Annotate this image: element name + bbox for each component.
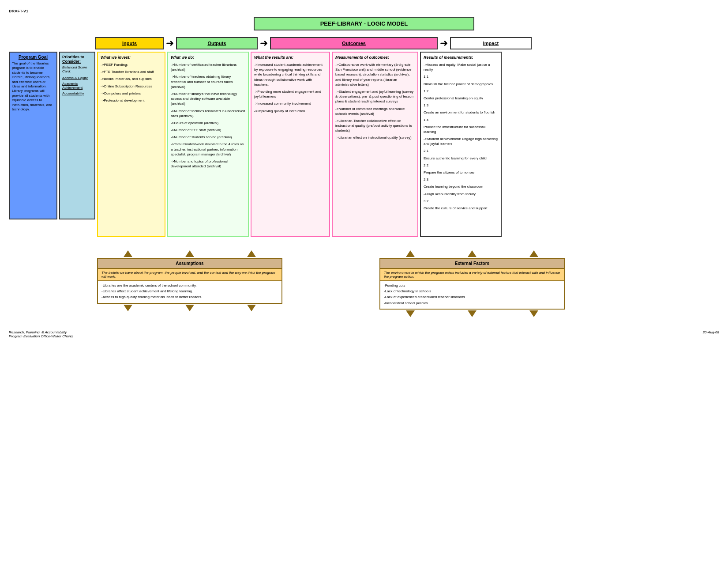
outcomes-short-title: What the results are:	[254, 55, 326, 60]
external-factors-container: External Factors The environment in whic…	[379, 250, 565, 317]
assumption-0: -Libraries are the academic centers of t…	[101, 283, 278, 288]
outcomes-long-content: ->Collaborative work with elementary (3r…	[335, 62, 415, 140]
tri-up-1	[124, 250, 132, 257]
tri-up-6	[529, 250, 538, 257]
impact-item-1: 1.1	[424, 74, 498, 79]
impact-item-12: 2.2	[424, 163, 498, 168]
inputs-header: Inputs	[95, 37, 164, 49]
outcome-long-4: ->Librarian effect on instructional qual…	[335, 135, 415, 140]
external-factors-title: External Factors	[380, 259, 564, 269]
input-item-6: ->Professional development	[101, 98, 162, 103]
outcome-long-1: ->Student engagement and joyful learning…	[335, 89, 415, 104]
bottom-section: Assumptions The beliefs we have about th…	[97, 250, 719, 317]
draft-label: DRAFT-V1	[9, 9, 719, 13]
outcome-short-2: ->Increased community involvement	[254, 101, 326, 106]
external-item-2: -Lack of experienced credentialed teache…	[384, 295, 560, 299]
tri-down-4	[406, 310, 415, 317]
impact-item-10: 2.1	[424, 148, 498, 153]
footer-right: 20-Aug-08	[703, 330, 719, 338]
impact-item-11: Ensure authentic learning for every chil…	[424, 156, 498, 161]
assumptions-bottom-arrows	[97, 305, 282, 311]
assumptions-top-arrows	[97, 250, 282, 257]
tri-down-1	[124, 305, 132, 311]
tri-up-3	[247, 250, 256, 257]
output-item-2: ->Number of library's that have technolo…	[171, 91, 245, 106]
priorities-title: Priorities to Consider:	[62, 55, 92, 64]
impact-item-9: ->Student achievement: Engage high achie…	[424, 136, 498, 146]
impact-item-7: 1.4	[424, 117, 498, 122]
outcome-long-2: ->Number of committee meetings and whole…	[335, 106, 415, 116]
impact-item-17: 3.2	[424, 199, 498, 204]
inputs-column: What we invest: ->PEEF Funding: ->FTE Te…	[97, 52, 165, 237]
assumptions-title: Assumptions	[98, 259, 281, 269]
input-item-0: ->PEEF Funding:	[101, 62, 162, 67]
outcomes-short-content: ->Increased student academic achievement…	[254, 62, 326, 113]
outputs-content: ->Number of certificated teacher librari…	[171, 62, 245, 169]
priority-item-3: Accountability	[62, 91, 92, 95]
outcome-short-3: ->Improving quality of instruction	[254, 109, 326, 113]
outcome-short-1: ->Providing more student engagement and …	[254, 89, 326, 99]
impact-item-18: Create the culture of service and suppor…	[424, 206, 498, 211]
assumptions-subtitle: The beliefs we have about the program, t…	[98, 269, 281, 281]
external-factors-subtitle: The environment in which the program exi…	[380, 269, 564, 281]
impact-item-5: 1.3	[424, 103, 498, 108]
inputs-content: ->PEEF Funding: ->FTE Teacher librarians…	[101, 62, 162, 103]
priority-item-2: Academic Achievement	[62, 82, 92, 90]
output-item-6: ->Number of students served (archival)	[171, 135, 245, 140]
main-title: PEEF-LIBRARY - LOGIC MODEL	[254, 17, 474, 30]
arrow-outputs-outcomes: ➜	[258, 37, 270, 49]
impact-item-8: Provide the infrastructure for successfu…	[424, 125, 498, 134]
output-item-0: ->Number of certificated teacher librari…	[171, 62, 245, 72]
outputs-section-title: What we do:	[171, 55, 245, 60]
impact-item-0: ->Access and equity: Make social justice…	[424, 62, 498, 72]
impact-section-title: Results of measurements:	[424, 55, 498, 60]
tri-down-6	[529, 310, 538, 317]
tri-down-3	[247, 305, 256, 311]
outcomes-header: Outcomes	[270, 37, 438, 49]
outcome-short-0: ->Increased student academic achievement…	[254, 62, 326, 87]
impact-item-16: ->High accountability from faculty	[424, 192, 498, 196]
arrow-outcomes-impact: ➜	[438, 37, 450, 49]
tri-down-5	[468, 310, 477, 317]
left-section: Program Goal The goal of the libraries p…	[9, 52, 95, 219]
output-item-3: ->Number of facilities renovated in unde…	[171, 109, 245, 118]
impact-item-3: 1.2	[424, 89, 498, 94]
column-headers: Inputs ➜ Outputs ➜ Outcomes ➜ Impact	[95, 37, 719, 49]
impact-column: Results of measurements: ->Access and eq…	[420, 52, 502, 237]
external-item-0: -Funding cuts	[384, 283, 560, 288]
impact-content: ->Access and equity: Make social justice…	[424, 62, 498, 211]
output-item-1: ->Number of teachers obtaining library c…	[171, 74, 245, 89]
assumptions-body: -Libraries are the academic centers of t…	[98, 281, 281, 303]
tri-up-4	[406, 250, 415, 257]
outcome-long-3: ->Librarian-Teacher collaborative effect…	[335, 118, 415, 133]
content-area: Program Goal The goal of the libraries p…	[9, 52, 719, 237]
output-item-7: ->Total minutes/week devoted to the 4 ro…	[171, 142, 245, 157]
impact-header: Impact	[450, 37, 532, 49]
impact-item-15: Create learning beyond the classroom	[424, 184, 498, 189]
output-item-5: ->Number of FTE staff (archival)	[171, 128, 245, 132]
impact-item-14: 2.3	[424, 177, 498, 182]
tri-down-2	[185, 305, 194, 311]
input-item-5: ->Computers and printers	[101, 91, 162, 96]
input-item-1: ->FTE Teacher librarians and staff	[101, 69, 162, 74]
outputs-column: What we do: ->Number of certificated tea…	[167, 52, 249, 237]
priorities-box: Priorities to Consider: Balanced Score C…	[59, 52, 95, 219]
external-factors-body: -Funding cuts -Lack of technology in sch…	[380, 281, 564, 309]
priority-item-1: Access & Equity	[62, 76, 92, 80]
outcomes-long-title: Measurements of outcomes:	[335, 55, 415, 60]
assumptions-box: Assumptions The beliefs we have about th…	[97, 258, 282, 304]
arrow-inputs-outputs: ➜	[164, 37, 176, 49]
program-goal-content: The goal of the libraries program is to …	[12, 61, 54, 112]
program-goal-title: Program Goal	[12, 55, 54, 60]
impact-item-6: Create an environment for students to fl…	[424, 110, 498, 115]
priorities-subtitle: Balanced Score Card:	[62, 65, 92, 73]
assumption-1: -Libraries affect student achievement an…	[101, 289, 278, 294]
program-goal-box: Program Goal The goal of the libraries p…	[9, 52, 57, 219]
assumption-2: -Access to high quality reading material…	[101, 295, 278, 299]
footer: Research, Planning, & Accountability Pro…	[9, 330, 719, 338]
outputs-header: Outputs	[176, 37, 258, 49]
impact-item-4: Center professional learning on equity	[424, 96, 498, 101]
outcomes-measurements-column: Measurements of outcomes: ->Collaborativ…	[332, 52, 418, 237]
outcomes-short-column: What the results are: ->Increased studen…	[251, 52, 330, 237]
output-item-8: ->Number and topics of professional deve…	[171, 159, 245, 169]
